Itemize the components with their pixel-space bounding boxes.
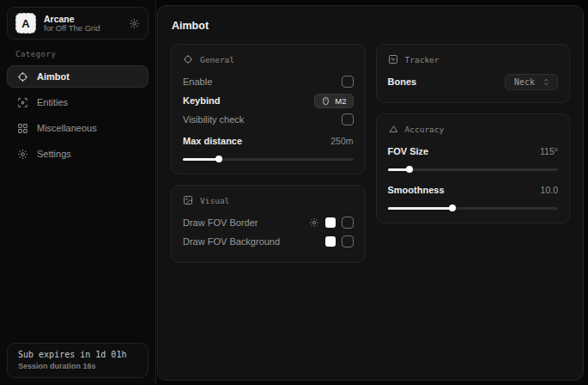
scan-eye-icon xyxy=(17,97,28,108)
draw-fov-border-label: Draw FOV Border xyxy=(183,217,258,228)
bones-value: Neck xyxy=(514,77,535,87)
accuracy-panel-title: Accuracy xyxy=(405,125,445,134)
gear-icon[interactable] xyxy=(129,18,140,29)
session-duration: Session duration 16s xyxy=(18,362,137,370)
slider-thumb[interactable] xyxy=(215,156,222,162)
fov-border-settings-gear-icon[interactable] xyxy=(309,217,319,228)
crosshair-icon xyxy=(183,54,193,64)
slider-track xyxy=(388,168,559,171)
app-name: Arcane xyxy=(44,14,121,24)
sidebar-item-entities[interactable]: Entities xyxy=(7,91,149,113)
sidebar: A Arcane for Off The Grid Category Aimbo… xyxy=(0,0,156,385)
app-meta: Arcane for Off The Grid xyxy=(44,14,121,34)
sidebar-item-aimbot[interactable]: Aimbot xyxy=(7,65,149,88)
visibility-check-checkbox[interactable] xyxy=(342,113,354,125)
bones-label: Bones xyxy=(388,76,417,87)
draw-fov-background-label: Draw FOV Background xyxy=(183,236,280,247)
fov-border-color-swatch[interactable] xyxy=(325,217,336,228)
enable-checkbox[interactable] xyxy=(342,76,354,88)
grid-icon xyxy=(17,123,28,134)
keybind-label: Keybind xyxy=(183,95,220,106)
sidebar-item-label: Miscellaneous xyxy=(37,123,97,133)
smoothness-label: Smoothness xyxy=(388,185,445,195)
tracker-panel-title: Tracker xyxy=(405,55,439,64)
visibility-check-row: Visibility check xyxy=(183,110,354,129)
fov-size-slider[interactable] xyxy=(388,166,559,173)
max-distance-value: 250m xyxy=(330,136,353,146)
triangle-icon xyxy=(388,124,398,134)
tracker-panel: Tracker Bones Neck xyxy=(376,44,571,103)
enable-row: Enable xyxy=(183,72,354,91)
crosshair-icon xyxy=(17,71,28,82)
sidebar-item-label: Aimbot xyxy=(37,71,70,82)
smoothness-slider[interactable] xyxy=(388,205,559,211)
tracker-panel-header: Tracker xyxy=(388,54,559,64)
keybind-row: Keybind M2 xyxy=(183,91,354,110)
sidebar-item-label: Settings xyxy=(37,149,71,159)
app-logo: A xyxy=(15,13,36,34)
general-panel-header: General xyxy=(183,54,354,64)
accuracy-panel: Accuracy FOV Size 115° Smoothness 10.0 xyxy=(376,113,571,223)
app-header-card: A Arcane for Off The Grid xyxy=(7,7,149,40)
app-subtitle: for Off The Grid xyxy=(44,24,121,34)
page-title: Aimbot xyxy=(172,20,570,32)
general-panel-title: General xyxy=(200,55,234,64)
draw-fov-border-row: Draw FOV Border xyxy=(183,213,354,232)
subscription-card: Sub expires in 1d 01h Session duration 1… xyxy=(7,343,149,378)
visual-panel: Visual Draw FOV Border Draw FOV Backgrou… xyxy=(171,185,366,263)
slider-thumb[interactable] xyxy=(449,205,456,211)
sidebar-item-settings[interactable]: Settings xyxy=(7,143,149,165)
fov-border-checkbox[interactable] xyxy=(342,217,354,229)
max-distance-label: Max distance xyxy=(183,136,242,146)
chevrons-up-down-icon xyxy=(542,77,551,87)
smoothness-value: 10.0 xyxy=(541,185,558,195)
activity-icon xyxy=(388,54,398,64)
general-panel: General Enable Keybind M2 V xyxy=(171,44,366,174)
subscription-expiry: Sub expires in 1d 01h xyxy=(18,350,137,359)
settings-gear-icon xyxy=(17,149,28,160)
fov-background-color-swatch[interactable] xyxy=(325,236,336,247)
slider-fill xyxy=(183,158,219,161)
sidebar-item-label: Entities xyxy=(37,97,68,107)
max-distance-row: Max distance 250m xyxy=(183,131,354,150)
slider-fill xyxy=(388,207,452,210)
slider-thumb[interactable] xyxy=(406,166,413,173)
max-distance-slider[interactable] xyxy=(183,156,354,162)
accuracy-panel-header: Accuracy xyxy=(388,124,559,134)
main-content: Aimbot General Enable Keybind xyxy=(157,5,584,381)
visibility-check-label: Visibility check xyxy=(183,114,244,125)
visual-panel-title: Visual xyxy=(200,196,229,205)
fov-size-value: 115° xyxy=(540,146,558,156)
image-icon xyxy=(183,195,193,205)
bones-row: Bones Neck xyxy=(388,72,559,91)
fov-background-checkbox[interactable] xyxy=(342,235,354,248)
enable-label: Enable xyxy=(183,76,212,87)
smoothness-row: Smoothness 10.0 xyxy=(388,180,559,199)
mouse-icon xyxy=(321,96,330,106)
bones-select[interactable]: Neck xyxy=(505,74,558,90)
keybind-value: M2 xyxy=(335,96,346,106)
keybind-button[interactable]: M2 xyxy=(314,94,353,108)
category-label: Category xyxy=(15,50,140,58)
fov-size-row: FOV Size 115° xyxy=(388,142,559,161)
sidebar-item-miscellaneous[interactable]: Miscellaneous xyxy=(7,117,149,139)
fov-size-label: FOV Size xyxy=(388,146,429,156)
visual-panel-header: Visual xyxy=(183,195,354,205)
draw-fov-background-row: Draw FOV Background xyxy=(183,232,354,251)
